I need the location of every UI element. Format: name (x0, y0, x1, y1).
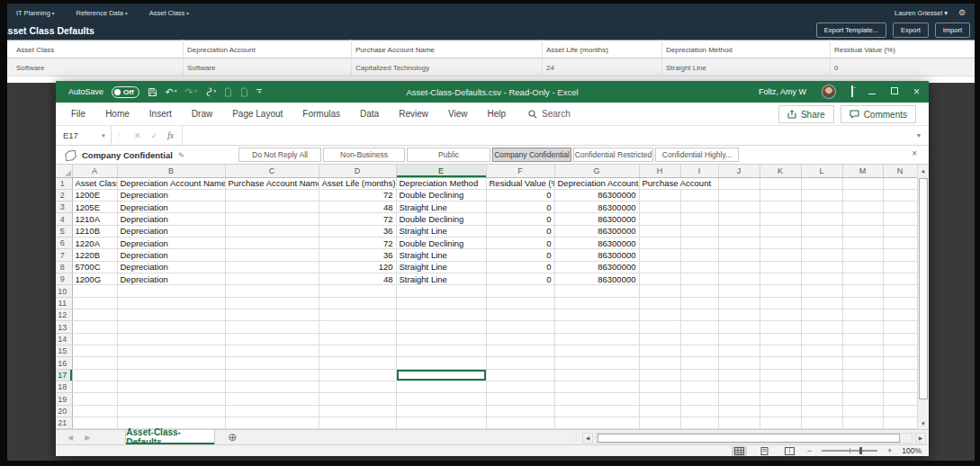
row-header-7[interactable]: 7 (56, 249, 72, 261)
cell[interactable] (319, 321, 396, 333)
cell[interactable] (680, 321, 718, 333)
cell[interactable] (760, 381, 801, 393)
cell[interactable] (554, 369, 639, 381)
column-header-J[interactable]: J (718, 165, 760, 177)
tab-page-layout[interactable]: Page Layout (222, 103, 292, 126)
cell[interactable] (718, 202, 760, 213)
formula-bar-grip[interactable]: ⋮ (112, 126, 126, 145)
cell[interactable] (842, 189, 883, 201)
cell[interactable] (72, 285, 117, 297)
zoom-slider[interactable] (822, 450, 877, 452)
cell[interactable] (486, 333, 554, 345)
page-break-view-icon[interactable] (782, 446, 797, 456)
cell[interactable]: Asset Class (72, 177, 117, 189)
cell[interactable] (760, 285, 801, 297)
cell[interactable] (639, 393, 680, 405)
cell[interactable] (639, 381, 680, 393)
sensitivity-option-2[interactable]: Non-Business (323, 148, 405, 162)
cell[interactable] (842, 405, 883, 417)
cell[interactable] (883, 393, 917, 405)
cell[interactable] (883, 321, 917, 333)
cell[interactable] (639, 405, 680, 417)
cell[interactable] (72, 393, 117, 405)
tab-review[interactable]: Review (389, 103, 438, 126)
cell[interactable] (680, 213, 718, 225)
cell[interactable] (554, 393, 639, 405)
row-header-20[interactable]: 20 (56, 405, 72, 417)
row-header-15[interactable]: 15 (56, 345, 72, 357)
cell[interactable] (883, 177, 917, 189)
cell[interactable] (396, 357, 486, 369)
cell[interactable] (225, 189, 319, 201)
cell[interactable] (554, 321, 639, 333)
cell[interactable] (554, 417, 639, 429)
cell[interactable] (319, 417, 396, 429)
cell[interactable] (486, 297, 554, 309)
cell[interactable] (72, 345, 117, 357)
column-header-E[interactable]: E (396, 165, 486, 177)
scroll-up-icon[interactable]: ▲ (918, 165, 929, 176)
cell[interactable] (760, 297, 801, 309)
cell[interactable] (396, 285, 486, 297)
cell[interactable] (842, 297, 883, 309)
select-all-corner[interactable] (56, 165, 72, 177)
cell[interactable] (883, 297, 917, 309)
ribbon-display-options-icon[interactable] (851, 87, 853, 96)
cell[interactable] (718, 261, 760, 273)
cell[interactable] (225, 345, 319, 357)
cell[interactable]: 48 (319, 202, 396, 213)
cell[interactable]: 48 (319, 273, 396, 285)
user-menu[interactable]: Lauren Griessel ▾ (895, 9, 948, 17)
cell[interactable] (760, 309, 801, 321)
cell[interactable]: 86300000 (554, 225, 639, 237)
cell[interactable] (801, 273, 842, 285)
row-header-18[interactable]: 18 (56, 381, 72, 393)
cell[interactable] (396, 393, 486, 405)
cell[interactable] (801, 369, 842, 381)
gear-icon[interactable]: ⚙ (958, 8, 966, 17)
formula-input[interactable] (183, 126, 909, 145)
cell[interactable] (760, 261, 801, 273)
export-button[interactable]: Export (893, 22, 929, 38)
cell[interactable] (883, 345, 917, 357)
cell[interactable]: 86300000 (554, 261, 639, 273)
cell[interactable]: 120 (319, 261, 396, 273)
scroll-right-icon[interactable]: ▶ (915, 433, 926, 444)
cell[interactable]: 1210A (72, 213, 117, 225)
row-header-21[interactable]: 21 (56, 417, 72, 429)
row-header-3[interactable]: 3 (56, 202, 72, 213)
cell[interactable]: 72 (319, 237, 396, 249)
cell[interactable] (842, 393, 883, 405)
cell[interactable] (117, 345, 225, 357)
row-header-19[interactable]: 19 (56, 393, 72, 405)
cell[interactable] (842, 285, 883, 297)
row-header-6[interactable]: 6 (56, 237, 72, 249)
cell[interactable] (319, 309, 396, 321)
cell[interactable] (883, 237, 917, 249)
cell[interactable] (117, 309, 225, 321)
cell[interactable] (718, 393, 760, 405)
cell[interactable] (883, 225, 917, 237)
cell[interactable] (117, 381, 225, 393)
cell[interactable] (486, 309, 554, 321)
cell[interactable]: Depreciation Method (396, 177, 486, 189)
cell[interactable] (486, 381, 554, 393)
cell[interactable] (486, 405, 554, 417)
account-name[interactable]: Foltz, Amy W (759, 87, 806, 96)
cell[interactable] (680, 333, 718, 345)
cell[interactable] (486, 285, 554, 297)
cell[interactable] (883, 405, 917, 417)
cell[interactable] (718, 405, 760, 417)
cell[interactable] (718, 381, 760, 393)
edit-pencil-icon[interactable]: ✎ (178, 151, 185, 160)
cell[interactable] (680, 405, 718, 417)
cell[interactable] (486, 357, 554, 369)
new-sheet-icon[interactable]: ⊕ (228, 430, 237, 444)
cell[interactable] (760, 393, 801, 405)
cell[interactable]: 0 (486, 189, 554, 201)
cell[interactable] (639, 261, 680, 273)
ribbon-search[interactable]: Search (528, 109, 571, 119)
cell[interactable] (801, 381, 842, 393)
vertical-scroll-thumb[interactable] (919, 178, 928, 399)
cell[interactable] (883, 213, 917, 225)
